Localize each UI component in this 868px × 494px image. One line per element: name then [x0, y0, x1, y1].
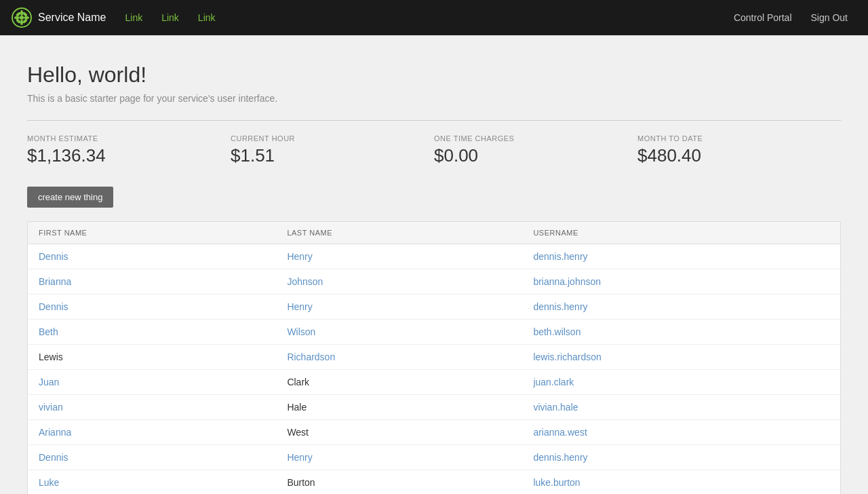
metric-label-2: ONE TIME CHARGES	[434, 134, 624, 142]
table-cell-last-3: Wilson	[276, 320, 522, 345]
sign-out-button[interactable]: Sign Out	[802, 8, 857, 27]
create-new-thing-button[interactable]: create new thing	[27, 187, 113, 208]
metric-item-3: MONTH TO DATE $480.40	[637, 134, 841, 166]
table-cell-first-6: vivian	[28, 395, 277, 420]
table-cell-first-1: Brianna	[28, 269, 277, 294]
svg-point-9	[20, 16, 24, 20]
metric-value-0: $1,136.34	[27, 145, 217, 166]
table-cell-username-3: beth.wilson	[522, 320, 840, 345]
table-cell-username-9: luke.burton	[522, 470, 840, 495]
table-row: DennisHenrydennis.henry	[28, 294, 841, 320]
svg-point-4	[24, 16, 29, 19]
nav-links: Link Link Link	[117, 8, 724, 27]
table-cell-first-3: Beth	[28, 320, 277, 345]
table-cell-username-1: brianna.johnson	[522, 269, 840, 294]
navbar: Service Name Link Link Link Control Port…	[0, 0, 868, 35]
table-col-header-0: FIRST NAME	[28, 222, 277, 244]
table-cell-username-5: juan.clark	[522, 370, 840, 395]
metric-value-1: $1.51	[231, 145, 420, 166]
page-content: Hello, world! This is a basic starter pa…	[0, 35, 868, 494]
table-cell-username-7: arianna.west	[522, 420, 840, 445]
table-cell-last-8: Henry	[276, 445, 522, 470]
table-row: LukeBurtonluke.burton	[28, 470, 841, 495]
table-row: BriannaJohnsonbrianna.johnson	[28, 269, 841, 294]
metric-label-1: CURRENT HOUR	[231, 134, 420, 142]
table-row: BethWilsonbeth.wilson	[28, 320, 841, 345]
table-cell-username-2: dennis.henry	[522, 294, 840, 320]
table-cell-username-6: vivian.hale	[522, 395, 840, 420]
brand-text: Service Name	[38, 12, 106, 24]
table-cell-last-5: Clark	[276, 370, 522, 395]
table-cell-last-6: Hale	[276, 395, 522, 420]
data-table: FIRST NAMELAST NAMEUSERNAME DennisHenryd…	[27, 221, 841, 494]
nav-link-1[interactable]: Link	[117, 8, 151, 27]
svg-point-1	[20, 10, 23, 16]
brand: Service Name	[11, 7, 106, 28]
nav-right: Control Portal Sign Out	[724, 8, 857, 27]
metric-value-3: $480.40	[637, 145, 827, 166]
control-portal-button[interactable]: Control Portal	[724, 8, 802, 27]
table-row: vivianHalevivian.hale	[28, 395, 841, 420]
metric-label-3: MONTH TO DATE	[637, 134, 827, 142]
table-cell-last-1: Johnson	[276, 269, 522, 294]
table-cell-last-7: West	[276, 420, 522, 445]
metrics-row: MONTH ESTIMATE $1,136.34 CURRENT HOUR $1…	[27, 120, 841, 166]
svg-point-2	[20, 20, 23, 25]
svg-point-3	[14, 16, 20, 19]
table-cell-username-8: dennis.henry	[522, 445, 840, 470]
metric-label-0: MONTH ESTIMATE	[27, 134, 217, 142]
metric-value-2: $0.00	[434, 145, 624, 166]
table-row: JuanClarkjuan.clark	[28, 370, 841, 395]
table-cell-last-2: Henry	[276, 294, 522, 320]
table-cell-first-7: Arianna	[28, 420, 277, 445]
table-cell-first-2: Dennis	[28, 294, 277, 320]
nav-link-2[interactable]: Link	[153, 8, 187, 27]
table-row: LewisRichardsonlewis.richardson	[28, 345, 841, 370]
metric-item-2: ONE TIME CHARGES $0.00	[434, 134, 637, 166]
table-row: AriannaWestarianna.west	[28, 420, 841, 445]
metric-item-1: CURRENT HOUR $1.51	[231, 134, 434, 166]
nav-link-3[interactable]: Link	[190, 8, 224, 27]
table-col-header-2: USERNAME	[522, 222, 840, 244]
table-cell-first-4: Lewis	[28, 345, 277, 370]
metric-item-0: MONTH ESTIMATE $1,136.34	[27, 134, 231, 166]
table-cell-first-5: Juan	[28, 370, 277, 395]
page-subtitle: This is a basic starter page for your se…	[27, 93, 841, 104]
table-cell-first-8: Dennis	[28, 445, 277, 470]
table-body: DennisHenrydennis.henryBriannaJohnsonbri…	[28, 244, 841, 495]
table-row: DennisHenrydennis.henry	[28, 244, 841, 269]
table-header-row: FIRST NAMELAST NAMEUSERNAME	[28, 222, 841, 244]
page-title: Hello, world!	[27, 62, 841, 88]
table-col-header-1: LAST NAME	[276, 222, 522, 244]
table-cell-first-0: Dennis	[28, 244, 277, 269]
table-header: FIRST NAMELAST NAMEUSERNAME	[28, 222, 841, 244]
table-row: DennisHenrydennis.henry	[28, 445, 841, 470]
table-cell-last-0: Henry	[276, 244, 522, 269]
table-cell-first-9: Luke	[28, 470, 277, 495]
table-cell-last-9: Burton	[276, 470, 522, 495]
table-cell-username-0: dennis.henry	[522, 244, 840, 269]
table-cell-last-4: Richardson	[276, 345, 522, 370]
brand-logo-icon	[11, 7, 33, 28]
table-cell-username-4: lewis.richardson	[522, 345, 840, 370]
